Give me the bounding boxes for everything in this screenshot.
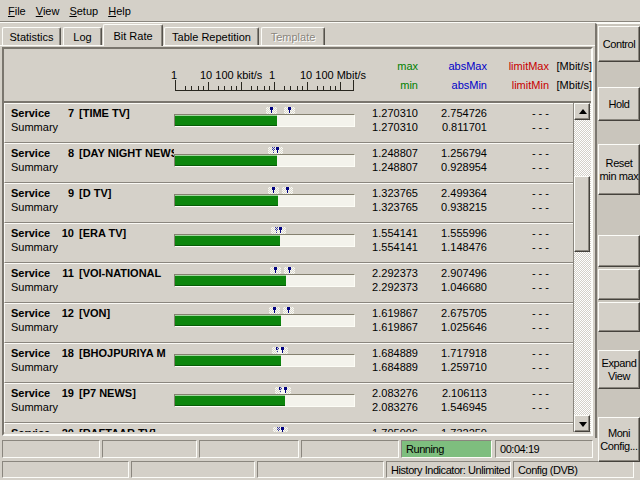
bitrate-bar-fill [175, 355, 281, 366]
service-summary-label: Summary [11, 201, 58, 213]
tab-bit-rate[interactable]: Bit Rate [103, 24, 163, 46]
menu-view[interactable]: View [31, 2, 65, 20]
service-name: Service7[TIME TV] [5, 107, 174, 120]
absMax-marker [272, 147, 283, 154]
arrow-up-icon [579, 109, 587, 114]
value-limitmin: - - - [469, 161, 549, 173]
menu-setup[interactable]: Setup [64, 2, 103, 20]
service-row[interactable]: Service11[VOI-NATIONALSummary2.2923732.9… [4, 263, 573, 303]
value-limitmin: - - - [469, 121, 549, 133]
bitrate-bar-track [174, 194, 355, 207]
moni-config-button[interactable]: Moni Config... [598, 417, 640, 462]
expand-view-button[interactable]: Expand View [598, 350, 640, 389]
service-prefix: Service [11, 107, 50, 119]
scale-minor-tick [323, 86, 324, 90]
column-header-mbits: [Mbit/s] [500, 60, 592, 72]
value-max: 1.248807 [338, 147, 418, 159]
scale-minor-tick [297, 86, 298, 90]
tab-table-repetition[interactable]: Table Repetition [164, 27, 259, 45]
blank-button-3[interactable] [598, 302, 640, 332]
service-number: 11 [54, 267, 74, 279]
value-limitmax: - - - [469, 347, 549, 359]
service-prefix: Service [11, 347, 50, 359]
service-row[interactable]: Service12[VON]Summary1.6198672.675705- -… [4, 303, 573, 343]
status-panel-empty [199, 440, 299, 458]
absMin-marker-pin [273, 307, 276, 310]
service-row[interactable]: Service7[TIME TV]Summary1.2703102.754726… [4, 103, 573, 143]
value-limitmin: - - - [469, 201, 549, 213]
service-title: [ERA TV] [79, 227, 126, 239]
service-row[interactable]: Service8[DAY NIGHT NEWSSummary1.2488071.… [4, 143, 573, 183]
service-summary-label: Summary [11, 281, 58, 293]
reset-minmax-button[interactable]: Reset min max [598, 144, 640, 195]
absMin-marker-pin [270, 107, 273, 110]
tab-bar-baseline [0, 45, 595, 46]
scrollbar-thumb[interactable] [574, 176, 590, 252]
scrollbar-up-button[interactable] [574, 103, 590, 120]
status-panel-empty [2, 440, 100, 458]
status-history-indicator: History Indicator: Unlimited [386, 461, 511, 478]
service-title: [P7 NEWS] [79, 387, 136, 399]
bitrate-bar-track [174, 314, 355, 327]
status-running: Running [401, 440, 492, 458]
absMax-marker [280, 387, 291, 394]
value-min: 1.554141 [338, 241, 418, 253]
tab-log[interactable]: Log [63, 27, 102, 45]
bitrate-bar-track [174, 274, 355, 287]
bitrate-bar-fill [175, 235, 280, 246]
bitrate-bar-fill [175, 195, 278, 206]
scale-minor-tick [264, 86, 265, 90]
absMax-marker [283, 307, 294, 314]
service-title: [VON] [79, 307, 110, 319]
column-header-mbits: [Mbit/s] [500, 79, 592, 91]
value-limitmax: - - - [469, 227, 549, 239]
value-max: 1.684889 [338, 347, 418, 359]
scale-minor-tick [236, 86, 237, 90]
bitrate-bar-fill [175, 155, 277, 166]
service-row[interactable]: Service18[BHOJPURIYA MSummary1.6848891.7… [4, 343, 573, 383]
bitrate-bar-track [174, 394, 355, 407]
absMax-marker-pin [288, 267, 291, 270]
service-row[interactable]: Service19[P7 NEWS]Summary2.0832762.10611… [4, 383, 573, 423]
service-summary-label: Summary [11, 241, 58, 253]
service-name: Service11[VOI-NATIONAL [5, 267, 174, 280]
service-rows-viewport: Service7[TIME TV]Summary1.2703102.754726… [4, 103, 573, 432]
menu-help[interactable]: Help [103, 2, 136, 20]
tab-bar: StatisticsLogBit RateTable RepetitionTem… [0, 23, 595, 47]
value-limitmax: - - - [469, 147, 549, 159]
service-row[interactable]: Service9[D TV]Summary1.3237652.499364- -… [4, 183, 573, 223]
absMax-marker-pin [276, 147, 279, 150]
status-elapsed-time: 00:04:19 [495, 440, 593, 458]
menu-bar: FileViewSetupHelp [0, 0, 640, 21]
blank-button-2[interactable] [598, 269, 640, 300]
service-list: Service7[TIME TV]Summary1.2703102.754726… [4, 101, 591, 434]
absMin-marker-pin [274, 267, 277, 270]
value-max: 1.619867 [338, 307, 418, 319]
absMin-marker [268, 187, 279, 194]
service-row[interactable]: Service10[ERA TV]Summary1.5541411.555996… [4, 223, 573, 263]
control-button[interactable]: Control [598, 26, 640, 62]
hold-button[interactable]: Hold [598, 87, 640, 121]
service-prefix: Service [11, 387, 50, 399]
value-max: 2.292373 [338, 267, 418, 279]
value-min: 2.083276 [338, 401, 418, 413]
tab-template[interactable]: Template [261, 27, 325, 45]
menu-file[interactable]: File [3, 2, 31, 20]
bitrate-bar-fill [175, 275, 286, 286]
value-limitmax: - - - [469, 187, 549, 199]
scrollbar-down-button[interactable] [574, 415, 590, 432]
absMax-marker-pin [286, 187, 289, 190]
service-row[interactable]: Service20[RAFTAAR TV]Summary1.7059061.73… [4, 423, 573, 432]
scale-label: 10 100 kbit/s [200, 69, 262, 81]
absMax-marker [282, 187, 293, 194]
scale-start-tick [175, 80, 176, 90]
tab-statistics[interactable]: Statistics [2, 27, 61, 45]
scale-major-tick [241, 82, 242, 90]
vertical-scrollbar[interactable] [573, 103, 591, 432]
bitrate-bar-track [174, 234, 355, 247]
service-name: Service20[RAFTAAR TV] [5, 427, 174, 432]
value-max: 2.083276 [338, 387, 418, 399]
blank-button-1[interactable] [598, 235, 640, 267]
value-max: 1.270310 [338, 107, 418, 119]
status-bar-top: Running00:04:19 [0, 438, 595, 460]
